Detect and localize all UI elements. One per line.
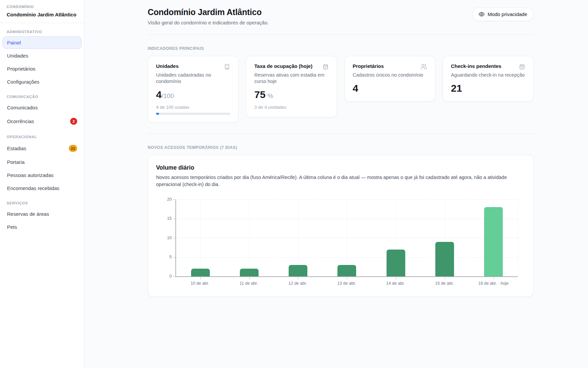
notification-badge: 21 (69, 145, 77, 152)
chart-title: Volume diário (156, 164, 525, 171)
x-axis-label: 16 de abr. · hoje (469, 281, 518, 286)
y-axis-tick (173, 219, 176, 219)
y-axis-label: 10 (167, 236, 172, 240)
sidebar-item-label: Encomendas recebidas (7, 185, 59, 191)
y-axis-label: 5 (169, 255, 172, 260)
x-axis-label: 14 de abr. (371, 281, 420, 286)
sidebar-nav: ADMINISTRATIVOPainelUnidadesProprietário… (0, 28, 84, 233)
main-content: Condomínio Jardim Atlântico Visão geral … (85, 0, 588, 368)
chart-slot (372, 200, 420, 276)
eye-icon (478, 11, 485, 17)
sidebar-item-pessoas-autorizadas[interactable]: Pessoas autorizadas (3, 169, 82, 181)
card-title: Check-ins pendentes (451, 63, 501, 69)
chart-bar-5 (387, 250, 405, 277)
sidebar-item-comunicados[interactable]: Comunicados (3, 101, 82, 114)
calendar-check-icon (519, 64, 525, 70)
chart-slot (225, 200, 274, 276)
y-axis-label: 15 (167, 217, 172, 221)
card-unidades: Unidades Unidades cadastradas no condomí… (148, 56, 239, 122)
sidebar-item-configuracoes[interactable]: Configurações (3, 76, 82, 88)
sidebar-item-pets[interactable]: Pets (3, 221, 82, 233)
chart-bar-2 (240, 269, 259, 276)
sidebar-item-painel[interactable]: Painel (3, 36, 82, 49)
sidebar-item-label: Ocorrências (7, 118, 34, 124)
card-title: Proprietários (353, 63, 384, 69)
x-axis-label: 10 de abr. (175, 281, 224, 286)
nav-group: COMUNICAÇÃOComunicadosOcorrências2 (0, 93, 84, 128)
bar-chart: 05101520 10 de abr.11 de abr.12 de abr.1… (160, 200, 518, 286)
card-value-suffix: /100 (162, 92, 174, 100)
y-axis-tick (173, 257, 176, 258)
privacy-mode-label: Modo privacidade (488, 11, 527, 17)
x-axis-tick (249, 277, 250, 279)
sidebar-kicker: CONDOMÍNIO (7, 5, 78, 9)
nav-group: OPERACIONALEstadias21PortariaPessoas aut… (0, 133, 84, 194)
sidebar-item-label: Pets (7, 224, 17, 230)
x-axis-tick (200, 277, 201, 279)
card-value: 4 (353, 83, 358, 94)
x-axis-label: 12 de abr. (273, 281, 322, 286)
sidebar-item-unidades[interactable]: Unidades (3, 50, 82, 62)
sidebar-condo-title: Condomínio Jardim Atlântico (7, 12, 78, 17)
chart-bar-6 (435, 242, 454, 277)
sidebar-item-reservas-de-areas[interactable]: Reservas de áreas (3, 208, 82, 220)
card-title: Unidades (156, 63, 179, 69)
nav-group: ADMINISTRATIVOPainelUnidadesProprietário… (0, 28, 84, 88)
x-axis-tick (396, 277, 396, 279)
x-axis-label: 15 de abr. (420, 281, 469, 286)
sidebar-item-ocorrencias[interactable]: Ocorrências2 (3, 114, 82, 128)
sidebar-item-label: Unidades (7, 53, 28, 59)
privacy-mode-button[interactable]: Modo privacidade (472, 7, 534, 21)
chart-description: Novos acessos temporários criados por di… (156, 174, 520, 188)
x-axis-label: 13 de abr. (322, 281, 371, 286)
card-value: 21 (451, 83, 462, 94)
sidebar-item-label: Estadias (7, 146, 26, 151)
card-proprietarios: Proprietários Cadastros únicos no condom… (344, 56, 435, 102)
x-axis-tick (445, 277, 445, 279)
sidebar-item-label: Painel (7, 40, 21, 45)
sidebar-item-label: Reservas de áreas (7, 211, 49, 217)
card-value-suffix: % (268, 92, 273, 100)
x-axis-tick (347, 277, 347, 279)
chart-plot: 05101520 (175, 200, 518, 277)
sidebar-item-proprietarios[interactable]: Proprietários (3, 63, 82, 75)
sidebar-item-portaria[interactable]: Portaria (3, 156, 82, 168)
card-footnote: 4 de 100 usadas (156, 105, 230, 110)
x-axis-tick (493, 277, 494, 279)
chart-slot (176, 200, 225, 276)
y-axis-tick (173, 238, 176, 238)
units-progress-track (156, 113, 230, 115)
chart-slot (420, 200, 469, 276)
card-checkins-pendentes: Check-ins pendentes Aguardando check-in … (443, 56, 534, 102)
chart-slot (322, 200, 371, 276)
building-icon (224, 64, 230, 70)
volume-chart-card: Volume diário Novos acessos temporários … (148, 155, 534, 297)
nav-group-label: SERVIÇOS (0, 200, 84, 207)
page-header: Condomínio Jardim Atlântico Visão geral … (148, 7, 534, 25)
sidebar: CONDOMÍNIO Condomínio Jardim Atlântico A… (0, 0, 85, 368)
indicators-section-label: INDICADORES PRINCIPAIS (148, 46, 534, 51)
card-value: 4 (156, 89, 162, 100)
page-subtitle: Visão geral do condomínio e indicadores … (148, 20, 269, 25)
nav-group-label: ADMINISTRATIVO (0, 28, 84, 36)
section-divider (148, 133, 534, 134)
indicator-cards: Unidades Unidades cadastradas no condomí… (148, 56, 534, 122)
chart-bar-1 (191, 269, 210, 276)
x-axis-tick (298, 277, 298, 279)
card-description: Reservas ativas com estadia em curso hoj… (254, 72, 328, 85)
y-axis-label: 20 (167, 197, 172, 202)
nav-group-label: COMUNICAÇÃO (0, 93, 84, 101)
card-taxa-ocupacao: Taxa de ocupação (hoje) Reservas ativas … (246, 56, 337, 117)
sidebar-item-encomendas-recebidas[interactable]: Encomendas recebidas (3, 182, 82, 194)
chart-bar-7 (484, 207, 503, 276)
card-description: Cadastros únicos no condomínio (353, 72, 427, 78)
y-axis-tick (173, 199, 176, 200)
nav-group: SERVIÇOSReservas de áreasPets (0, 200, 84, 233)
sidebar-item-estadias[interactable]: Estadias21 (3, 142, 82, 155)
page-title: Condomínio Jardim Atlântico (148, 7, 269, 17)
chart-slot (469, 200, 518, 276)
chart-slot (274, 200, 322, 276)
chart-bar-3 (289, 265, 307, 277)
units-progress-fill (156, 113, 159, 115)
card-value: 75 (254, 89, 265, 100)
